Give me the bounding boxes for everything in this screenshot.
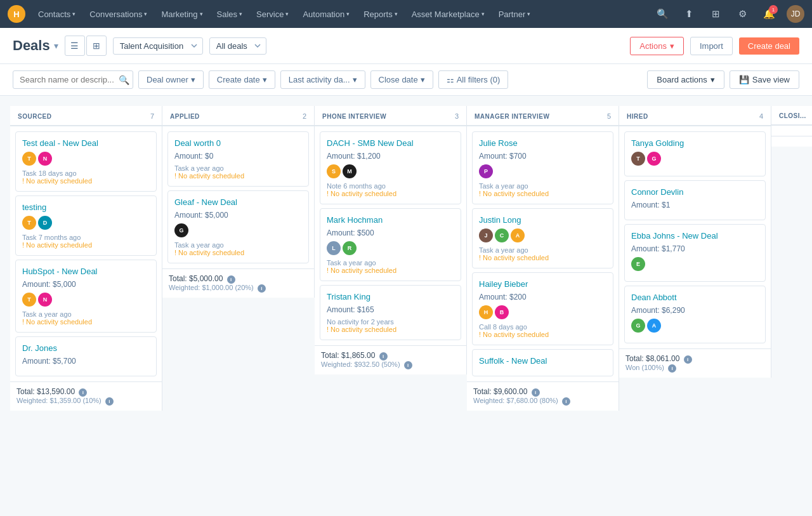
deal-card[interactable]: Dean Abbott Amount: $6,290 GA [624,286,766,343]
nav-conversations[interactable]: Conversations ▾ [84,7,152,22]
deal-name[interactable]: Dr. Jones [22,343,150,354]
board-view-btn[interactable]: ⊞ [86,36,107,56]
deal-card[interactable]: Dr. Jones Amount: $5,700 [15,336,157,376]
all-filters-btn[interactable]: ⚏ All filters (0) [438,70,509,89]
nav-automation[interactable]: Automation ▾ [298,7,355,22]
info-icon[interactable]: i [404,361,412,369]
deal-card[interactable]: Julie Rose Amount: $700 P Task a year ag… [472,131,613,204]
deal-name[interactable]: Julie Rose [479,138,606,149]
info-icon[interactable]: i [79,388,87,397]
deals-dropdown-icon[interactable]: ▾ [54,41,58,51]
deal-card[interactable]: Suffolk - New Deal [472,349,613,376]
avatar: H [479,305,493,319]
deal-card[interactable]: Test deal - New Deal TN Task 18 days ago… [15,131,157,192]
deal-card[interactable]: Gleaf - New Deal Amount: $5,000 G Task a… [167,190,309,263]
deal-name[interactable]: Suffolk - New Deal [479,356,606,367]
close-date-filter[interactable]: Close date ▾ [370,70,433,89]
actions-button[interactable]: Actions ▾ [630,37,684,55]
board-actions-button[interactable]: Board actions ▾ [647,70,724,89]
logo[interactable]: H [8,5,25,23]
info-icon[interactable]: i [562,397,570,406]
chevron-icon: ▾ [421,75,425,84]
search-input[interactable] [13,70,133,89]
col-cards-applied: Deal worth 0 Amount: $0 Task a year ago … [162,126,314,268]
deal-amount: Amount: $200 [479,293,606,301]
deal-name[interactable]: Connor Devlin [631,187,759,198]
deal-activity: Task a year ago [479,246,606,254]
col-title: APPLIED [170,113,299,120]
nav-marketing[interactable]: Marketing ▾ [156,7,207,22]
view-toggle: ☰ ⊞ [65,36,107,56]
deal-name[interactable]: Justin Long [479,215,606,226]
nav-partner[interactable]: Partner ▾ [494,7,536,22]
pipeline-select[interactable]: Talent Acquisition [113,37,203,55]
deal-name[interactable]: Deal worth 0 [174,138,302,149]
create-date-filter[interactable]: Create date ▾ [209,70,275,89]
deal-owner-filter[interactable]: Deal owner ▾ [138,70,204,89]
deal-warning: !No activity scheduled [22,318,150,326]
deal-card[interactable]: Deal worth 0 Amount: $0 Task a year ago … [167,131,309,187]
settings-icon[interactable]: ⚙ [733,5,751,23]
deal-activity: Task a year ago [174,164,302,172]
column-phone_interview: PHONE INTERVIEW 3 DACH - SMB New Deal Am… [315,106,467,374]
info-icon[interactable]: i [105,397,114,406]
deal-card[interactable]: Connor Devlin Amount: $1 [624,180,766,220]
deal-card[interactable]: Tristan King Amount: $165 No activity fo… [320,285,461,340]
deal-name[interactable]: DACH - SMB New Deal [327,138,454,149]
deal-card[interactable]: DACH - SMB New Deal Amount: $1,200 SM No… [320,131,461,204]
info-icon[interactable]: i [532,388,540,397]
save-view-button[interactable]: 💾 Save view [730,70,799,89]
info-icon[interactable]: i [258,284,266,293]
info-icon[interactable]: i [668,364,676,373]
col-footer-applied: Total: $5,000.00 i Weighted: $1,000.00 (… [162,268,314,298]
all-deals-select[interactable]: All deals [209,37,266,55]
nav-asset-marketplace[interactable]: Asset Marketplace ▾ [407,7,490,22]
deal-name[interactable]: Tristan King [327,292,454,303]
chevron-icon: ▾ [191,75,195,84]
nav-reports[interactable]: Reports ▾ [358,7,403,22]
deal-card[interactable]: Justin Long JCA Task a year ago !No acti… [472,208,613,268]
deal-name[interactable]: Hailey Bieber [479,279,606,290]
deal-card[interactable]: Ebba Johns - New Deal Amount: $1,770 E [624,224,766,282]
col-total: Total: $1,865.00 i [321,351,460,361]
nav-contacts[interactable]: Contacts ▾ [33,7,81,22]
nav-sales[interactable]: Sales ▾ [212,7,248,22]
notifications-icon[interactable]: 🔔 1 [760,5,778,23]
create-deal-button[interactable]: Create deal [739,37,799,55]
deal-name[interactable]: Dean Abbott [631,293,759,303]
nav-service[interactable]: Service ▾ [251,7,294,22]
upgrade-icon[interactable]: ⬆ [680,5,698,23]
deal-name[interactable]: testing [22,202,150,213]
deal-card[interactable]: Tanya Golding TG [624,131,766,176]
warning-icon: ! [327,190,329,197]
deal-name[interactable]: Ebba Johns - New Deal [631,231,759,242]
deal-amount: Amount: $1 [631,201,759,209]
page-title-wrap: Deals ▾ [13,37,58,54]
column-sourced: SOURCED 7 Test deal - New Deal TN Task 1… [10,106,162,411]
list-view-btn[interactable]: ☰ [65,36,85,56]
marketplace-icon[interactable]: ⊞ [707,5,724,23]
last-activity-filter[interactable]: Last activity da... ▾ [280,70,365,89]
deal-card[interactable]: HubSpot - New Deal Amount: $5,000 TN Tas… [15,260,157,333]
info-icon[interactable]: i [227,275,235,284]
avatar[interactable]: JD [787,5,804,23]
search-icon[interactable]: 🔍 [653,5,671,23]
info-icon[interactable]: i [684,355,692,364]
notif-badge: 1 [769,5,778,14]
deal-name[interactable]: Mark Hochman [327,215,454,226]
info-icon[interactable]: i [379,352,388,361]
deal-card[interactable]: Hailey Bieber Amount: $200 HB Call 8 day… [472,272,613,345]
deal-name[interactable]: Gleaf - New Deal [174,197,302,208]
deal-card[interactable]: Mark Hochman Amount: $500 LR Task a year… [320,208,461,281]
import-button[interactable]: Import [690,37,733,55]
deal-name[interactable]: HubSpot - New Deal [22,267,150,277]
col-weighted: Weighted: $7,680.00 (80%) i [473,397,612,406]
deal-card[interactable]: testing TD Task 7 months ago !No activit… [15,195,157,256]
search-icon[interactable]: 🔍 [119,75,129,85]
deal-warning: !No activity scheduled [479,331,606,338]
avatar: P [479,164,493,178]
deal-avatars: G [174,223,302,237]
deal-activity: Task a year ago [174,241,302,249]
deal-name[interactable]: Tanya Golding [631,138,759,149]
deal-name[interactable]: Test deal - New Deal [22,138,150,149]
